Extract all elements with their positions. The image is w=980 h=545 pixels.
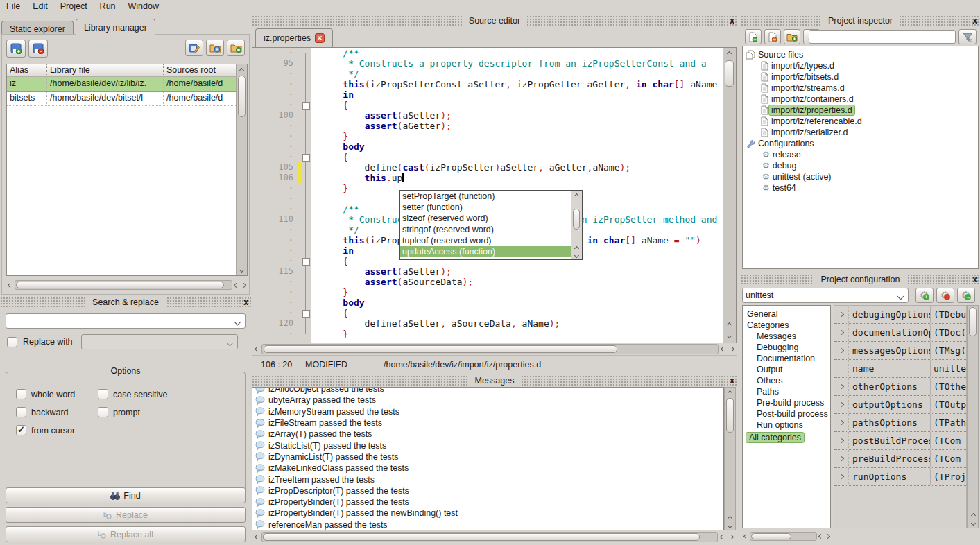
code-line[interactable]: in	[321, 89, 723, 100]
scroll-left2-icon[interactable]	[718, 533, 726, 542]
message-item[interactable]: izAllocObject passed the tests	[252, 387, 723, 395]
category-item[interactable]: Output	[746, 364, 830, 375]
message-item[interactable]: izPropDescriptor(T) passed the tests	[252, 485, 723, 496]
option-row[interactable]: outputOptions(TOutp	[834, 396, 966, 414]
code-line[interactable]: * Constructs a property descriptor from …	[321, 58, 723, 69]
completion-item[interactable]: updateAccess (function)	[400, 246, 571, 257]
code-line[interactable]: define(cast(izPropSetter)aSetter, aGette…	[321, 162, 723, 173]
folder-add-button[interactable]	[227, 40, 245, 56]
library-remove-button[interactable]	[28, 40, 48, 58]
scroll-left-icon[interactable]	[742, 531, 750, 541]
code-line[interactable]: assert(aSourceData);	[321, 277, 723, 287]
option-row[interactable]: documentationOpti(TDoc(	[834, 324, 966, 342]
category-all[interactable]: All categories	[746, 432, 830, 443]
code-line[interactable]: this.up	[321, 173, 723, 183]
library-row[interactable]: iz/home/basile/dev/iz/lib/iz./home/basil…	[7, 77, 247, 92]
message-item[interactable]: izMakeLinkedClass passed the tests	[252, 462, 723, 474]
row-expander[interactable]	[834, 378, 849, 395]
file-add-button[interactable]	[745, 29, 762, 44]
tree-item-configuration[interactable]: ⚙release	[746, 149, 978, 160]
tab-close-icon[interactable]: ✕	[315, 33, 325, 43]
configuration-remove-button[interactable]: ⚙−	[936, 288, 954, 303]
library-add-button[interactable]	[6, 40, 26, 58]
tree-item-file[interactable]: import/iz/types.d	[746, 60, 978, 71]
option-row[interactable]: debugingOptions(TDebu	[834, 306, 966, 324]
message-item[interactable]: izTreeItem passed the tests	[252, 474, 723, 485]
code-line[interactable]: }	[321, 131, 723, 141]
scroll-right-icon[interactable]	[726, 533, 736, 542]
project-inspector-tree[interactable]: Source filesimport/iz/types.dimport/iz/b…	[742, 46, 979, 269]
close-icon[interactable]: x	[730, 375, 734, 386]
find-button[interactable]: Find	[6, 487, 246, 503]
inspector-filter-input[interactable]	[809, 30, 956, 44]
folder-add-button[interactable]	[784, 29, 800, 44]
option-from-cursor[interactable]: from cursor	[16, 425, 75, 435]
category-item[interactable]: Categories	[746, 320, 830, 331]
expand-icon[interactable]	[839, 348, 843, 353]
menu-project[interactable]: Project	[54, 0, 94, 13]
expand-icon[interactable]	[839, 438, 843, 443]
chevron-down-icon[interactable]	[897, 293, 904, 300]
code-line[interactable]: {	[321, 152, 723, 162]
completion-item[interactable]: stringof (reserved word)	[400, 224, 571, 235]
tree-item-file[interactable]: import/iz/properties.d	[746, 105, 978, 116]
replace-button[interactable]: b Replace	[6, 507, 246, 523]
message-item[interactable]: izPropertyBinder(T) passed the tests	[252, 496, 723, 508]
expand-icon[interactable]	[839, 312, 843, 317]
message-item[interactable]: ubyteArray passed the tests	[252, 395, 723, 406]
code-line[interactable]: }	[321, 287, 723, 297]
library-row[interactable]: bitsets/home/basile/dev/bitset/l/home/ba…	[7, 92, 247, 106]
tree-root-source-files[interactable]: Source files	[746, 49, 978, 60]
code-line[interactable]: }	[321, 329, 723, 339]
filter-button[interactable]	[958, 29, 977, 44]
code-line[interactable]: this(izPropSetterConst aSetter, izPropGe…	[321, 79, 723, 89]
scroll-left2-icon[interactable]	[817, 531, 824, 541]
tree-item-file[interactable]: import/iz/referencable.d	[746, 116, 978, 127]
chevron-down-icon[interactable]	[234, 319, 241, 326]
completion-item[interactable]: tupleof (reserved word)	[400, 235, 571, 246]
messages-list[interactable]: izAllocObject passed the testsubyteArray…	[252, 387, 724, 530]
scroll-down-icon[interactable]	[725, 522, 734, 529]
expand-icon[interactable]	[839, 384, 843, 389]
checkbox[interactable]	[16, 407, 26, 417]
fold-collapse-icon[interactable]	[302, 154, 310, 162]
replace-with-checkbox[interactable]	[7, 337, 17, 347]
option-whole-word[interactable]: whole word	[16, 389, 75, 399]
scroll-up-icon[interactable]	[724, 49, 734, 58]
code-line[interactable]: assert(aSetter);	[321, 266, 723, 277]
menu-run[interactable]: Run	[94, 0, 122, 13]
column-header[interactable]: Alias	[7, 64, 47, 76]
code-line[interactable]: /**	[321, 48, 723, 58]
message-item[interactable]: izFileStream passed the tests	[252, 417, 723, 429]
options-vscrollbar[interactable]	[967, 305, 979, 528]
code-line[interactable]: {	[321, 100, 723, 110]
checkbox[interactable]	[98, 407, 108, 417]
row-expander[interactable]	[834, 324, 849, 341]
code-line[interactable]: */	[321, 69, 723, 79]
option-case-sensitive[interactable]: case sensitive	[98, 389, 168, 399]
configuration-categories[interactable]: GeneralCategoriesMessagesDebuggingDocume…	[742, 305, 831, 528]
expand-icon[interactable]	[839, 420, 843, 425]
tree-item-file[interactable]: import/iz/bitsets.d	[746, 71, 978, 83]
scroll-up2-icon[interactable]	[725, 514, 734, 521]
scroll-left-icon[interactable]	[252, 533, 261, 542]
tree-item-configuration[interactable]: ⚙unittest (active)	[746, 171, 978, 182]
option-row[interactable]: preBuildProcess(TCom	[834, 450, 966, 468]
category-item[interactable]: Paths	[746, 386, 830, 397]
scroll-up-icon[interactable]	[237, 65, 246, 75]
row-expander[interactable]	[834, 360, 849, 377]
menu-window[interactable]: Window	[122, 0, 165, 13]
scroll-down-icon[interactable]	[571, 252, 581, 259]
message-item[interactable]: izArray(T) passed the tests	[252, 429, 723, 440]
category-item[interactable]: Others	[746, 375, 830, 386]
completion-item[interactable]: sizeof (reserved word)	[400, 213, 571, 224]
messages-hscrollbar[interactable]	[252, 531, 736, 543]
library-edit-button[interactable]	[185, 40, 203, 56]
close-icon[interactable]: x	[243, 297, 248, 308]
row-expander[interactable]	[834, 342, 849, 359]
completion-item[interactable]: setPropTarget (function)	[400, 191, 571, 202]
message-item[interactable]: izStaticList(T) passed the tests	[252, 440, 723, 451]
message-item[interactable]: izDynamicList(T) passed the tests	[252, 451, 723, 462]
completion-popup[interactable]: setPropTarget (function)setter (function…	[399, 190, 583, 260]
scroll-left2-icon[interactable]	[232, 280, 240, 290]
